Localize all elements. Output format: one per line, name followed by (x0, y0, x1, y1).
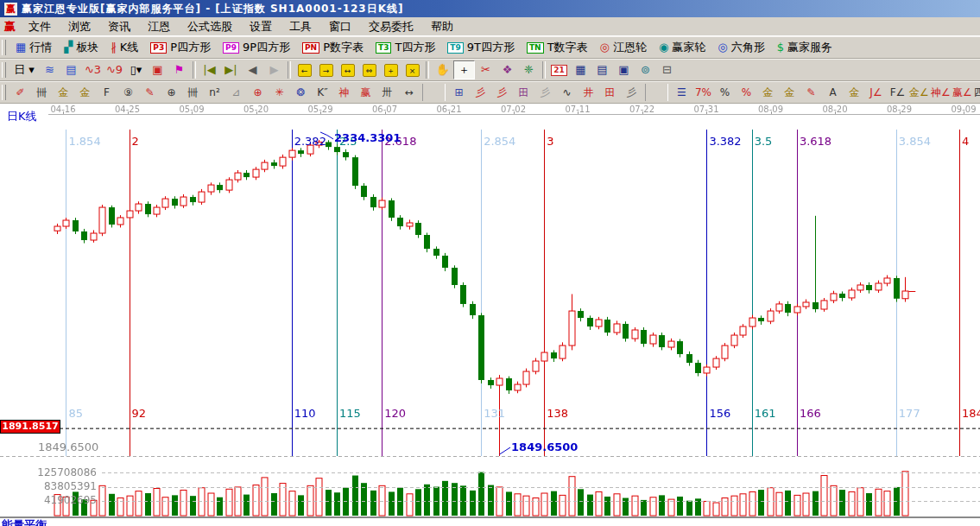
pan-hand-tool[interactable]: ✋ (432, 60, 453, 79)
gold-under-tool[interactable]: 金 (844, 83, 865, 102)
kline-button[interactable]: ∦ K线 (104, 38, 144, 57)
calendar-button[interactable]: 21 (548, 60, 570, 79)
kline3-icon[interactable]: ∿3 (82, 60, 104, 79)
expand-h-button[interactable]: ↔ (337, 60, 358, 79)
angle-measure-tool[interactable]: ⊿ (225, 83, 247, 102)
gann-wheel-button[interactable]: ◎ 江恩轮 (594, 38, 653, 57)
ying-angle-tool[interactable]: 赢∠ (952, 83, 973, 102)
drawing-tool-button[interactable] (645, 84, 668, 101)
p-table-button[interactable]: PN P数字表 (296, 38, 370, 57)
menu-item[interactable]: 江恩 (139, 17, 179, 36)
percent-tool[interactable]: % (714, 83, 736, 102)
seven-percent-tool[interactable]: 7% (692, 83, 714, 102)
gann-gold-comb-tool[interactable]: 金 (53, 83, 74, 102)
angle-pen-tool[interactable]: ✎ (139, 83, 161, 102)
gann-gold-comb2-tool[interactable]: 金 (74, 83, 96, 102)
p9-square-button[interactable]: P9 9P四方形 (217, 38, 296, 57)
compress-h-button[interactable]: ⇔ (358, 60, 380, 79)
percent-line-tool[interactable]: % (736, 83, 757, 102)
gann-comb-tool[interactable]: 卌 (31, 83, 53, 102)
menu-item[interactable]: 文件 (20, 17, 60, 36)
zoom-in-button[interactable]: ＋ (380, 60, 401, 79)
tool-button[interactable] (288, 61, 291, 79)
gold-circle-tool[interactable]: 金 (757, 83, 779, 102)
menu-item[interactable]: 窗口 (320, 17, 360, 36)
color-flag-icon[interactable]: ⚑ (168, 60, 190, 79)
measure-arrows-tool[interactable]: ↔ (398, 83, 420, 102)
toolbar-drag-handle[interactable] (2, 40, 6, 55)
compass-tool[interactable]: ⊕ (161, 83, 182, 102)
red-grid-frame-tool[interactable]: 田 (599, 83, 621, 102)
red-fan-tool[interactable]: 彡 (470, 83, 491, 102)
red-grid-tool[interactable]: 井 (578, 83, 599, 102)
ruler123-tool[interactable]: 卅 (376, 83, 398, 102)
data-download-button[interactable]: ⊚ (635, 60, 656, 79)
si-angle-tool[interactable]: 四∠ (973, 83, 980, 102)
trend-pen-tool[interactable]: ✐ (9, 83, 31, 102)
toolbar-drag-handle[interactable] (2, 62, 6, 78)
pattern-tool[interactable]: ❈ (518, 60, 540, 79)
kline9-icon[interactable]: ∿9 (104, 60, 125, 79)
scale-bars-tool[interactable]: ☰ (671, 83, 692, 102)
p-square-button[interactable]: P3 P四方形 (144, 38, 217, 57)
shen-comb-tool[interactable]: 神 (333, 83, 355, 102)
dense-comb-tool[interactable]: 卌 (182, 83, 204, 102)
menu-item[interactable]: 工具 (281, 17, 320, 36)
menu-item[interactable]: 帮助 (422, 17, 462, 36)
web-box-tool[interactable]: 田 (513, 83, 534, 102)
calculator-button[interactable]: ▦ (570, 60, 591, 79)
f-angle-tool[interactable]: F∠ (887, 83, 908, 102)
candle-pen-tool[interactable]: ✎ (800, 83, 822, 102)
tool-button[interactable] (426, 61, 429, 79)
winner-wheel-button[interactable]: ◉ 赢家轮 (653, 38, 711, 57)
t-table-button[interactable]: TN T数字表 (521, 38, 594, 57)
menu-item[interactable]: 交易委托 (360, 17, 422, 36)
toolbar-drag-handle[interactable] (2, 85, 6, 100)
wave-overlay-icon[interactable]: ≋ (39, 60, 60, 79)
candle-style-dropdown[interactable]: ▯▾ (125, 60, 147, 79)
notes-button[interactable]: ▤ (591, 60, 613, 79)
grid-tool[interactable]: ❖ (496, 60, 518, 79)
j-angle-tool[interactable]: J∠ (865, 83, 887, 102)
last-bar-button[interactable]: ▶| (220, 60, 242, 79)
spiral9-tool[interactable]: ⑨ (117, 83, 139, 102)
diagonal-lines-tool[interactable]: 彡 (621, 83, 642, 102)
sectors-button[interactable]: ▞ 板块 (58, 38, 104, 57)
first-bar-button[interactable]: |◀ (199, 60, 220, 79)
t-square-button[interactable]: T3 T四方形 (370, 38, 441, 57)
volume-indicator-label[interactable]: 能量平衡 (2, 517, 47, 526)
quotes-button[interactable]: ▦ 行情 (9, 38, 58, 57)
t9-square-button[interactable]: T9 9T四方形 (441, 38, 521, 57)
menu-item[interactable]: 设置 (241, 17, 281, 36)
gold-angle-tool[interactable]: 金∠ (908, 83, 930, 102)
erase-annotation-tool[interactable]: ✂ (475, 60, 496, 79)
red-web-tool[interactable]: ✳ (269, 83, 290, 102)
zoom-out-button[interactable]: × (401, 60, 423, 79)
ying-comb-tool[interactable]: 赢 (355, 83, 376, 102)
winner-service-button[interactable]: $ 赢家服务 (771, 38, 838, 57)
k-wave-tool[interactable]: K″ (312, 83, 333, 102)
next-bar-button[interactable]: ▶ (263, 60, 285, 79)
info-panel-icon[interactable]: ▤ (60, 60, 82, 79)
red-target-tool[interactable]: ⊕ (247, 83, 269, 102)
scroll-right-button[interactable]: → (315, 60, 337, 79)
kline-chart-canvas[interactable] (0, 104, 980, 526)
crosshair-tool[interactable]: ＋ (453, 60, 475, 79)
period-day-dropdown[interactable]: 日 ▾ (9, 60, 39, 79)
a-wave-tool[interactable]: A (822, 83, 844, 102)
zigzag-tool[interactable]: ∿ (556, 83, 578, 102)
scroll-left-button[interactable]: ← (294, 60, 315, 79)
menu-item[interactable]: 公式选股 (179, 17, 241, 36)
tool-button[interactable] (542, 61, 546, 79)
gold-lines-tool[interactable]: 金 (779, 83, 800, 102)
print-button[interactable]: ⊟ (656, 60, 678, 79)
drawing-tool-button[interactable] (422, 84, 446, 101)
box-angle-tool[interactable]: ⊞ (448, 83, 470, 102)
blue-web-tool[interactable]: ❂ (290, 83, 312, 102)
shen-angle-tool[interactable]: 神∠ (930, 83, 952, 102)
red-fan-box-tool[interactable]: 彡 (491, 83, 513, 102)
menu-item[interactable]: 浏览 (60, 17, 99, 36)
gray-diagonal-tool[interactable]: 彡 (534, 83, 556, 102)
n-square-tool[interactable]: n² (204, 83, 225, 102)
save-button[interactable]: ▣ (613, 60, 635, 79)
